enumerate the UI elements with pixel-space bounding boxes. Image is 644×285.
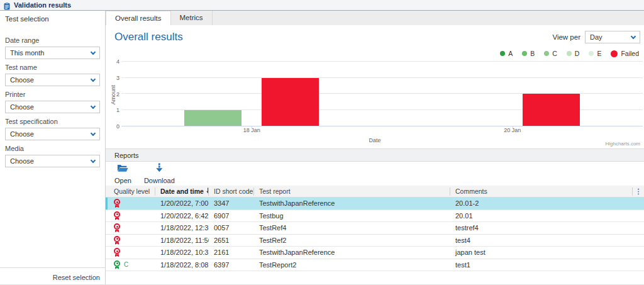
- reports-title: Reports: [114, 152, 139, 159]
- x-axis-title: Date: [369, 137, 380, 143]
- legend-marker: [500, 51, 505, 56]
- panel-title: Test selection: [5, 14, 100, 23]
- media-value: Choose: [10, 157, 34, 165]
- legend-marker: [544, 51, 549, 56]
- legend-item-a[interactable]: A: [500, 50, 513, 57]
- validation-results-app: Validation results Test selection Date r…: [0, 0, 644, 285]
- cell-test-report: TestRef4: [254, 224, 450, 232]
- reports-table: Quality level Date and time ID short cod…: [106, 186, 644, 271]
- field-media: Media Choose: [5, 145, 100, 167]
- legend-item-e[interactable]: E: [589, 50, 601, 57]
- chart-legend: A B C D E Failed: [500, 50, 639, 57]
- cell-id-short-code: 2161: [209, 249, 254, 256]
- chevron-down-icon: [91, 103, 96, 108]
- test-name-value: Choose: [10, 76, 34, 84]
- cell-datetime: 1/20/2022, 7:00:30 …: [155, 199, 209, 207]
- table-row[interactable]: 1/18/2022, 11:56:23… 2651 TestRef2 test4: [106, 235, 644, 247]
- view-per-label: View per: [552, 33, 580, 41]
- quality-badge-icon: [114, 199, 120, 208]
- legend-label: D: [575, 50, 580, 57]
- y-axis-labels: 01234: [111, 62, 119, 126]
- legend-item-d[interactable]: D: [567, 50, 580, 57]
- test-specification-select[interactable]: Choose: [5, 128, 100, 140]
- legend-label: Failed: [621, 50, 639, 57]
- field-date-range: Date range This month: [5, 36, 100, 59]
- table-row[interactable]: C 1/18/2022, 8:08:00 … 6397 TestReport2 …: [106, 259, 644, 272]
- reset-selection-link[interactable]: Reset selection: [53, 274, 100, 281]
- x-tick-label: 18 Jan: [243, 127, 260, 133]
- legend-marker: [589, 51, 594, 56]
- test-specification-value: Choose: [10, 130, 34, 138]
- cell-comments: 20.01-2: [450, 199, 633, 207]
- reports-section-header: Reports: [106, 148, 644, 162]
- x-axis-labels: 18 Jan20 Jan: [121, 127, 643, 135]
- tab-strip: Overall results Metrics: [106, 11, 644, 25]
- table-row[interactable]: 1/18/2022, 12:30:57… 0057 TestRef4 testr…: [106, 222, 644, 235]
- cell-id-short-code: 6907: [209, 212, 254, 220]
- cell-id-short-code: 3347: [209, 199, 254, 207]
- chart-plot: [121, 62, 643, 126]
- quality-badge-icon: [114, 223, 120, 232]
- title-bar: Validation results: [0, 0, 644, 11]
- cell-test-report: TestwithJapanReference: [254, 249, 450, 256]
- tab-metrics[interactable]: Metrics: [171, 11, 213, 25]
- cell-test-report: TestReport2: [254, 261, 450, 269]
- cell-comments: testref4: [450, 224, 633, 232]
- table-row[interactable]: 1/20/2022, 7:00:30 … 3347 TestwithJapanR…: [106, 198, 644, 210]
- page-title: Overall results: [114, 31, 183, 43]
- cell-datetime: 1/18/2022, 10:32:34…: [155, 249, 209, 256]
- download-button[interactable]: Download: [144, 163, 175, 184]
- open-button[interactable]: Open: [114, 164, 131, 184]
- legend-label: B: [530, 50, 535, 57]
- cell-comments: japan test: [450, 249, 633, 256]
- cell-id-short-code: 0057: [209, 224, 254, 232]
- x-tick-label: 20 Jan: [504, 127, 521, 133]
- tab-overall-results[interactable]: Overall results: [106, 11, 171, 25]
- content-header: Overall results View per Day: [106, 25, 644, 47]
- date-range-select[interactable]: This month: [5, 47, 100, 59]
- column-header-date-and-time[interactable]: Date and time: [155, 187, 209, 196]
- chevron-down-icon: [631, 33, 636, 38]
- cell-datetime: 1/18/2022, 11:56:23…: [155, 237, 209, 244]
- legend-marker: [522, 51, 527, 56]
- cell-test-report: TestwithJapanReference: [254, 199, 450, 207]
- view-per-select[interactable]: Day: [585, 31, 640, 43]
- column-header-quality-level[interactable]: Quality level: [106, 187, 155, 196]
- table-row[interactable]: 1/20/2022, 6:42:13 … 6907 Testbug 20.01: [106, 210, 644, 223]
- legend-label: A: [508, 50, 513, 57]
- test-name-label: Test name: [5, 64, 100, 71]
- media-select[interactable]: Choose: [5, 155, 100, 167]
- column-header-id-short-code[interactable]: ID short code: [209, 187, 254, 196]
- view-per-value: Day: [590, 33, 602, 41]
- legend-marker: [611, 50, 618, 57]
- date-range-value: This month: [10, 49, 44, 57]
- test-name-select[interactable]: Choose: [5, 74, 100, 86]
- sidebar-footer: Reset selection: [0, 267, 105, 282]
- column-options-cell: ⋮: [633, 187, 644, 196]
- column-header-test-report[interactable]: Test report: [254, 187, 450, 196]
- quality-badge-icon: [114, 211, 120, 220]
- legend-item-c[interactable]: C: [544, 50, 557, 57]
- open-button-label: Open: [114, 177, 131, 184]
- printer-value: Choose: [10, 103, 34, 111]
- field-test-name: Test name Choose: [5, 64, 100, 86]
- quality-badge-icon: [114, 236, 120, 245]
- media-label: Media: [5, 145, 100, 152]
- printer-select[interactable]: Choose: [5, 101, 100, 113]
- table-header-row: Quality level Date and time ID short cod…: [106, 186, 644, 198]
- download-icon: [155, 163, 164, 175]
- column-header-comments[interactable]: Comments: [450, 187, 633, 196]
- clipboard-icon: [4, 1, 10, 9]
- kebab-menu-icon[interactable]: ⋮: [635, 188, 642, 195]
- chart-area: A B C D E Failed Amount 01234 18 Jan20 J…: [106, 47, 644, 148]
- app-title: Validation results: [14, 1, 71, 9]
- legend-item-b[interactable]: B: [522, 50, 535, 57]
- chevron-down-icon: [91, 157, 96, 162]
- chevron-down-icon: [91, 76, 96, 81]
- cell-id-short-code: 2651: [209, 237, 254, 244]
- bar-failed-18-jan: [262, 78, 319, 126]
- table-row[interactable]: 1/18/2022, 10:32:34… 2161 TestwithJapanR…: [106, 247, 644, 259]
- cell-comments: 20.01: [450, 212, 633, 220]
- cell-id-short-code: 6397: [209, 261, 254, 269]
- legend-item-failed[interactable]: Failed: [611, 50, 639, 57]
